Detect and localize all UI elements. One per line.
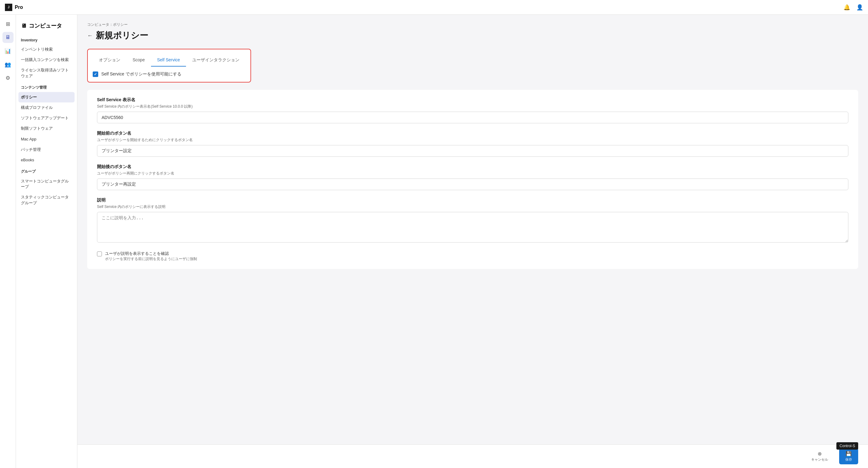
description-textarea[interactable] xyxy=(97,212,848,243)
confirm-description-sublabel: ポリシーを実行する前に説明を見るようにユーザに強制 xyxy=(105,256,197,262)
sidebar-item-inventory-search[interactable]: インベントリ検索 xyxy=(16,44,77,55)
sidebar-item-bulk-purchase[interactable]: 一括購入コンテンツを検索 xyxy=(16,55,77,65)
nav-dashboard[interactable]: ⊞ xyxy=(2,19,13,29)
sidebar-section-groups: グループ xyxy=(16,165,77,176)
nav-settings[interactable]: ⚙ xyxy=(2,72,13,83)
after-button-group: 開始後のボタン名 ユーザがポリシー再開にクリックするボタン名 xyxy=(97,164,848,190)
main-content: コンピュータ：ポリシー ← 新規ポリシー オプション Scope Self Se… xyxy=(78,15,868,468)
back-button[interactable]: ← xyxy=(87,33,93,39)
tab-self-service[interactable]: Self Service xyxy=(151,54,186,67)
display-name-label: Self Service 表示名 xyxy=(97,97,848,103)
bottom-bar: ⊗ キャンセル Control-S 💾 保存 xyxy=(78,444,868,468)
cancel-button[interactable]: ⊗ キャンセル xyxy=(805,448,834,464)
display-name-input[interactable] xyxy=(97,112,848,123)
after-button-input[interactable] xyxy=(97,178,848,190)
breadcrumb: コンピュータ：ポリシー xyxy=(87,22,858,27)
sidebar-section-content: コンテンツ管理 xyxy=(16,81,77,92)
logo-text: Pro xyxy=(15,5,23,10)
confirm-description-label: ユーザが説明を表示することを確認 xyxy=(105,251,197,256)
tab-container: オプション Scope Self Service ユーザインタラクション Sel… xyxy=(87,49,251,82)
logo-icon: J xyxy=(5,4,12,11)
sidebar-item-sw-update[interactable]: ソフトウェアアップデート xyxy=(16,113,77,123)
sidebar-item-static-group[interactable]: スタティックコンピュータグループ xyxy=(16,192,77,208)
self-service-checkbox[interactable] xyxy=(93,71,98,77)
save-button[interactable]: Control-S 💾 保存 xyxy=(839,448,858,464)
tabs: オプション Scope Self Service ユーザインタラクション xyxy=(93,54,246,67)
nav-reports[interactable]: 📊 xyxy=(2,45,13,57)
sidebar-item-licensed-sw[interactable]: ライセンス取得済みソフトウェア xyxy=(16,65,77,81)
sidebar-item-config-profile[interactable]: 構成プロファイル xyxy=(16,102,77,113)
logo: J Pro xyxy=(5,4,23,11)
page-title: 新規ポリシー xyxy=(96,30,148,41)
sidebar-item-mac-app[interactable]: Mac App xyxy=(16,134,77,144)
cancel-label: キャンセル xyxy=(811,457,828,462)
topbar-right: 🔔 👤 xyxy=(843,4,863,11)
before-button-input[interactable] xyxy=(97,145,848,157)
computer-icon: 🖥 xyxy=(21,23,26,29)
before-button-label: 開始前のボタン名 xyxy=(97,131,848,136)
notification-icon[interactable]: 🔔 xyxy=(843,4,850,11)
tab-user-interaction[interactable]: ユーザインタラクション xyxy=(186,54,246,67)
sidebar-item-policy[interactable]: ポリシー xyxy=(19,92,74,102)
sidebar-title: 🖥 コンピュータ xyxy=(16,20,77,34)
confirm-description-checkbox[interactable] xyxy=(97,252,102,256)
before-button-sublabel: ユーザがポリシーを開始するためにクリックするボタン名 xyxy=(97,137,848,143)
icon-nav: ⊞ 🖥 📊 👥 ⚙ xyxy=(0,15,16,468)
tab-scope[interactable]: Scope xyxy=(126,54,151,67)
cancel-icon: ⊗ xyxy=(818,451,822,457)
sidebar-item-restricted-sw[interactable]: 制限ソフトウェア xyxy=(16,123,77,134)
after-button-label: 開始後のボタン名 xyxy=(97,164,848,170)
display-name-group: Self Service 表示名 Self Service 内のポリシー表示名(… xyxy=(97,97,848,123)
confirm-description-row: ユーザが説明を表示することを確認 ポリシーを実行する前に説明を見るようにユーザに… xyxy=(97,251,848,262)
description-sublabel: Self Service 内のポリシーに表示する説明 xyxy=(97,204,848,209)
save-icon: 💾 xyxy=(846,451,852,457)
self-service-enable-row: Self Service でポリシーを使用可能にする xyxy=(93,71,246,77)
sidebar-item-smart-group[interactable]: スマートコンピュータグループ xyxy=(16,176,77,192)
nav-computers[interactable]: 🖥 xyxy=(2,32,13,43)
save-tooltip: Control-S xyxy=(836,442,858,449)
form-section: Self Service 表示名 Self Service 内のポリシー表示名(… xyxy=(87,90,858,269)
topbar: J Pro 🔔 👤 xyxy=(0,0,868,15)
sidebar-item-patch-mgmt[interactable]: パッチ管理 xyxy=(16,144,77,155)
user-icon[interactable]: 👤 xyxy=(856,4,863,11)
description-label: 説明 xyxy=(97,198,848,203)
sidebar-section-inventory: Inventory xyxy=(16,34,77,44)
sidebar-item-ebooks[interactable]: eBooks xyxy=(16,155,77,165)
after-button-sublabel: ユーザがポリシー再開にクリックするボタン名 xyxy=(97,171,848,176)
nav-users[interactable]: 👥 xyxy=(2,59,13,70)
save-label: 保存 xyxy=(845,457,852,462)
tab-options[interactable]: オプション xyxy=(93,54,126,67)
self-service-checkbox-label: Self Service でポリシーを使用可能にする xyxy=(101,71,181,77)
sidebar: 🖥 コンピュータ Inventory インベントリ検索 一括購入コンテンツを検索… xyxy=(16,15,78,468)
description-group: 説明 Self Service 内のポリシーに表示する説明 xyxy=(97,198,848,243)
display-name-sublabel: Self Service 内のポリシー表示名(Self Service 10.0… xyxy=(97,104,848,109)
page-title-row: ← 新規ポリシー xyxy=(87,30,858,41)
before-button-group: 開始前のボタン名 ユーザがポリシーを開始するためにクリックするボタン名 xyxy=(97,131,848,157)
